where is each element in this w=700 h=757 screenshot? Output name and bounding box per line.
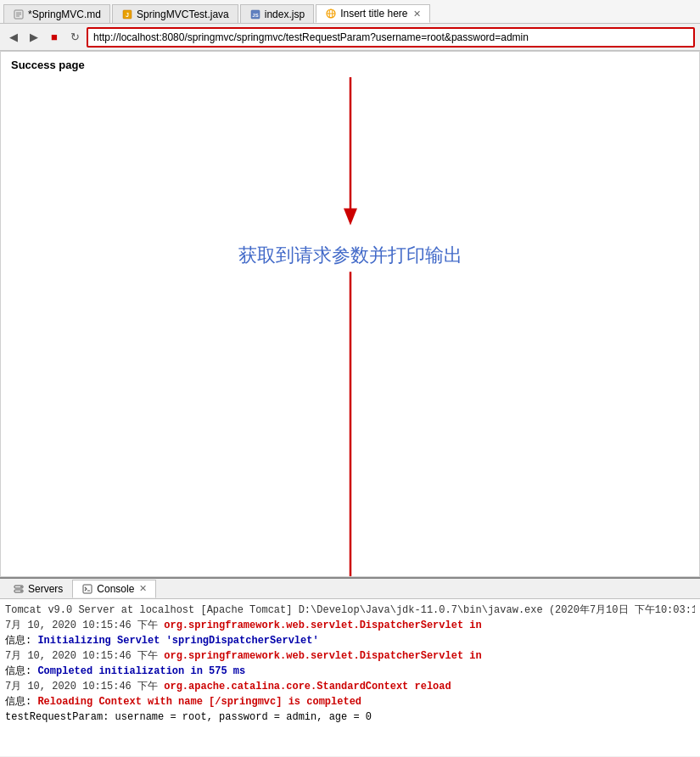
console-text-5: org.apache.catalina.core.StandardContext… — [164, 681, 451, 693]
console-close-icon[interactable]: ✕ — [139, 583, 147, 594]
console-text-6: Reloading Context with name [/springmvc]… — [37, 696, 361, 708]
tab-console-label: Console — [97, 583, 134, 595]
url-input[interactable] — [87, 27, 695, 48]
browser-toolbar: ◀ ▶ ■ ↻ — [0, 24, 700, 51]
tab-servers[interactable]: Servers — [3, 580, 72, 598]
tab-console[interactable]: Console ✕ — [72, 580, 156, 598]
console-icon — [81, 583, 93, 595]
console-date-1: 7月 10, 2020 10:15:46 下午 — [5, 620, 164, 631]
console-line-2: 信息: Initializing Servlet 'springDispatch… — [5, 633, 695, 648]
tab-springmvctest-label: SpringMVCTest.java — [137, 8, 229, 20]
refresh-button[interactable]: ↻ — [66, 29, 83, 46]
console-text-1: org.springframework.web.servlet.Dispatch… — [164, 620, 481, 631]
console-label-4: 信息: — [5, 665, 37, 677]
console-content: Tomcat v9.0 Server at localhost [Apache … — [0, 599, 700, 756]
svg-point-16 — [20, 586, 22, 587]
stop-button[interactable]: ■ — [46, 29, 63, 46]
console-line-1: 7月 10, 2020 10:15:46 下午 org.springframew… — [5, 618, 695, 633]
console-text-3: org.springframework.web.servlet.Dispatch… — [164, 650, 481, 662]
tab-springmvctest-java[interactable]: J SpringMVCTest.java — [112, 4, 238, 23]
console-date-3: 7月 10, 2020 10:15:46 下午 — [5, 650, 164, 662]
arrow-svg — [1, 77, 699, 576]
console-text-4: Completed initialization in 575 ms — [37, 665, 245, 677]
success-page-label: Success page — [1, 52, 699, 78]
console-line-7: testRequestParam: username = root, passw… — [5, 709, 695, 725]
console-line-4: 信息: Completed initialization in 575 ms — [5, 664, 695, 679]
console-line-3: 7月 10, 2020 10:15:46 下午 org.springframew… — [5, 648, 695, 664]
server-icon — [13, 583, 25, 595]
console-text-2: Initializing Servlet 'springDispatcherSe… — [37, 635, 318, 647]
bottom-panel: Servers Console ✕ Tomcat v9.0 Server at … — [0, 577, 700, 756]
browser-content: Success page 获取到请求参数并打印输出 — [0, 51, 700, 577]
tab-insert-title[interactable]: Insert title here ✕ — [316, 4, 429, 23]
console-label-6: 信息: — [5, 696, 37, 708]
console-line-5: 7月 10, 2020 10:15:46 下午 org.apache.catal… — [5, 679, 695, 694]
svg-text:JS: JS — [252, 13, 258, 18]
tab-close-icon[interactable]: ✕ — [413, 8, 421, 20]
tab-springmvc-md[interactable]: *SpringMVC.md — [3, 4, 110, 23]
tab-bar: *SpringMVC.md J SpringMVCTest.java JS in… — [0, 0, 700, 24]
tab-insert-title-label: Insert title here — [340, 8, 407, 20]
svg-point-17 — [20, 590, 22, 592]
back-button[interactable]: ◀ — [5, 29, 22, 46]
tab-servers-label: Servers — [28, 583, 63, 595]
console-line-6: 信息: Reloading Context with name [/spring… — [5, 694, 695, 709]
forward-button[interactable]: ▶ — [25, 29, 42, 46]
svg-marker-12 — [344, 208, 357, 225]
annotation-area: 获取到请求参数并打印输出 — [1, 77, 699, 576]
tab-index-jsp-label: index.jsp — [265, 8, 305, 20]
svg-rect-18 — [83, 585, 92, 593]
bottom-tab-bar: Servers Console ✕ — [0, 579, 700, 599]
globe-icon — [325, 8, 337, 20]
console-header: Tomcat v9.0 Server at localhost [Apache … — [5, 603, 695, 618]
console-date-5: 7月 10, 2020 10:15:46 下午 — [5, 681, 164, 693]
java-icon: J — [121, 8, 133, 20]
console-label-2: 信息: — [5, 635, 37, 647]
tab-springmvc-md-label: *SpringMVC.md — [28, 8, 101, 20]
file-md-icon — [13, 8, 25, 20]
console-test-text: testRequestParam: username = root, passw… — [5, 711, 372, 723]
svg-text:J: J — [126, 12, 129, 18]
tab-index-jsp[interactable]: JS index.jsp — [240, 4, 314, 23]
chinese-text: 获取到请求参数并打印输出 — [238, 243, 462, 268]
jsp-icon: JS — [249, 8, 261, 20]
